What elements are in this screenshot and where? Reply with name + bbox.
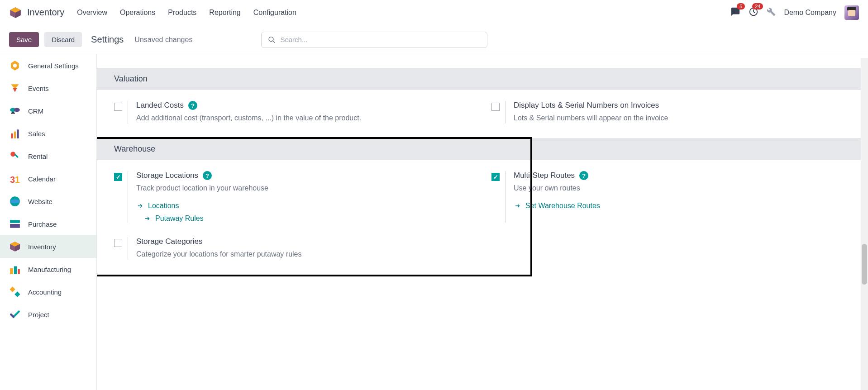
sidebar-item-events[interactable]: Events xyxy=(0,77,96,100)
sidebar-item-label: Sales xyxy=(28,130,45,138)
section-header-valuation: Valuation xyxy=(97,68,868,90)
nav-operations[interactable]: Operations xyxy=(120,9,155,17)
setting-desc: Add additional cost (transport, customs,… xyxy=(136,113,473,124)
status-text: Unsaved changes xyxy=(134,36,192,44)
svg-line-5 xyxy=(273,41,275,43)
setting-desc: Track product location in your warehouse xyxy=(136,183,473,194)
search-icon xyxy=(268,36,276,44)
svg-text:1: 1 xyxy=(15,175,20,185)
svg-rect-29 xyxy=(10,286,15,292)
svg-rect-27 xyxy=(14,266,17,274)
messages-icon[interactable]: 5 xyxy=(730,7,740,18)
section-body-warehouse: Storage Locations ? Track product locati… xyxy=(97,160,868,237)
sidebar-item-label: General Settings xyxy=(28,62,79,70)
arrow-right-icon xyxy=(143,215,152,222)
section-body-valuation: Landed Costs ? Add additional cost (tran… xyxy=(97,90,868,138)
setting-desc: Categorize your locations for smarter pu… xyxy=(136,249,473,260)
setting-desc: Lots & Serial numbers will appear on the… xyxy=(514,113,851,124)
sidebar-item-project[interactable]: Project xyxy=(0,303,96,326)
sidebar-item-accounting[interactable]: Accounting xyxy=(0,281,96,303)
sidebar-item-label: Accounting xyxy=(28,288,62,296)
svg-rect-13 xyxy=(14,132,16,138)
section-header-warehouse: Warehouse xyxy=(97,138,868,160)
app-title[interactable]: Inventory xyxy=(27,7,64,18)
sidebar-item-calendar[interactable]: 31 Calendar xyxy=(0,167,96,190)
svg-point-7 xyxy=(13,64,17,68)
sidebar-item-website[interactable]: Website xyxy=(0,190,96,213)
sidebar-item-purchase[interactable]: Purchase xyxy=(0,213,96,235)
help-icon[interactable]: ? xyxy=(579,171,588,180)
svg-marker-9 xyxy=(13,88,17,92)
sidebar-item-label: Project xyxy=(28,311,49,319)
sidebar-item-label: Manufacturing xyxy=(28,266,71,273)
accounting-icon xyxy=(9,286,21,298)
rental-icon xyxy=(9,150,21,162)
section-body-warehouse-row2: Storage Categories Categorize your locat… xyxy=(97,237,868,274)
setting-title: Landed Costs xyxy=(136,101,184,110)
search-wrap[interactable] xyxy=(261,32,487,48)
inventory-icon xyxy=(9,241,21,252)
nav-configuration[interactable]: Configuration xyxy=(253,9,296,17)
avatar[interactable] xyxy=(844,5,859,20)
app-logo-icon[interactable] xyxy=(9,6,22,19)
sidebar-item-general-settings[interactable]: General Settings xyxy=(0,54,96,77)
sidebar-item-rental[interactable]: Rental xyxy=(0,145,96,167)
checkbox-storage-locations[interactable] xyxy=(114,173,122,181)
top-nav-right: 5 24 Demo Company xyxy=(730,5,859,20)
checkbox-display-lots[interactable] xyxy=(491,103,500,111)
nav-products[interactable]: Products xyxy=(168,9,196,17)
setting-title: Storage Locations xyxy=(136,171,198,180)
scrollbar-thumb[interactable] xyxy=(862,244,867,285)
sidebar-item-label: CRM xyxy=(28,107,43,115)
sidebar-item-label: Rental xyxy=(28,152,48,160)
sales-icon xyxy=(9,128,21,139)
svg-rect-22 xyxy=(10,224,20,228)
company-name[interactable]: Demo Company xyxy=(784,9,836,17)
checkbox-landed-costs[interactable] xyxy=(114,103,122,111)
tools-icon[interactable] xyxy=(767,7,776,18)
breadcrumb: Settings xyxy=(91,34,124,45)
link-locations[interactable]: Locations xyxy=(136,202,473,210)
arrow-right-icon xyxy=(136,203,144,209)
svg-rect-30 xyxy=(14,291,20,297)
svg-rect-26 xyxy=(10,268,13,274)
search-input[interactable] xyxy=(280,36,481,43)
sidebar: General Settings Events CRM Sales Rental… xyxy=(0,54,97,390)
sidebar-item-crm[interactable]: CRM xyxy=(0,100,96,122)
purchase-icon xyxy=(9,218,21,230)
nav-menu: Overview Operations Products Reporting C… xyxy=(77,9,296,17)
sidebar-item-manufacturing[interactable]: Manufacturing xyxy=(0,258,96,281)
sidebar-item-label: Calendar xyxy=(28,175,56,183)
top-nav: Inventory Overview Operations Products R… xyxy=(0,0,868,25)
project-icon xyxy=(9,309,21,320)
manufacturing-icon xyxy=(9,263,21,275)
svg-rect-21 xyxy=(10,220,20,223)
help-icon[interactable]: ? xyxy=(188,101,197,110)
calendar-icon: 31 xyxy=(9,173,21,185)
link-putaway-rules[interactable]: Putaway Rules xyxy=(143,214,473,223)
setting-desc: Use your own routes xyxy=(514,183,851,194)
setting-title: Storage Categories xyxy=(136,237,202,246)
discard-button[interactable]: Discard xyxy=(44,32,82,47)
action-bar: Save Discard Settings Unsaved changes xyxy=(0,25,868,54)
link-set-warehouse-routes[interactable]: Set Warehouse Routes xyxy=(514,202,851,210)
help-icon[interactable]: ? xyxy=(203,171,212,180)
nav-reporting[interactable]: Reporting xyxy=(209,9,240,17)
sidebar-item-inventory[interactable]: Inventory xyxy=(0,235,96,258)
scrollbar[interactable] xyxy=(861,58,868,390)
activities-badge: 24 xyxy=(752,3,763,10)
checkbox-storage-categories[interactable] xyxy=(114,239,122,247)
crm-icon xyxy=(9,105,21,117)
setting-title: Multi-Step Routes xyxy=(514,171,575,180)
svg-rect-16 xyxy=(14,153,19,158)
svg-point-11 xyxy=(14,108,20,112)
checkbox-multistep-routes[interactable] xyxy=(491,173,500,181)
svg-point-20 xyxy=(10,200,20,204)
nav-overview[interactable]: Overview xyxy=(77,9,107,17)
sidebar-item-label: Events xyxy=(28,85,49,92)
save-button[interactable]: Save xyxy=(9,32,39,47)
activities-icon[interactable]: 24 xyxy=(749,7,758,18)
svg-rect-12 xyxy=(11,133,13,138)
sidebar-item-sales[interactable]: Sales xyxy=(0,122,96,145)
sidebar-item-label: Website xyxy=(28,198,52,205)
